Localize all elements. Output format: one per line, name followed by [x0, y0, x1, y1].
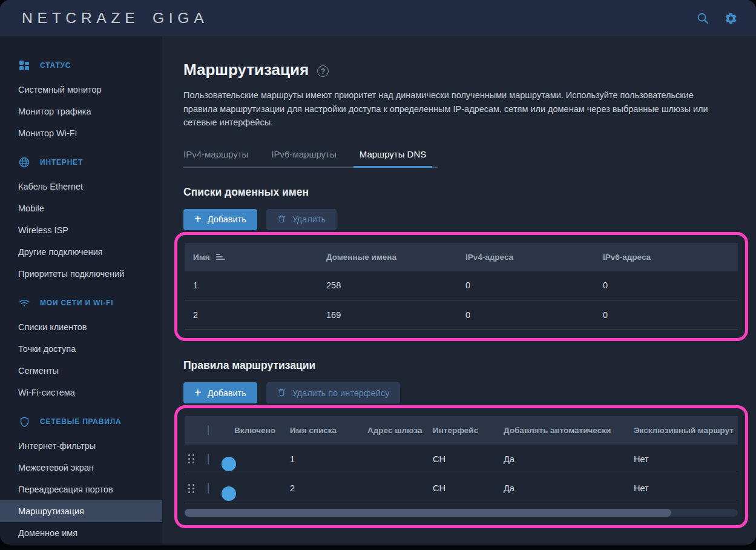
wifi-icon — [18, 297, 30, 309]
sidebar-group-label: МОИ СЕТИ И WI-FI — [40, 299, 113, 307]
scrollbar-thumb[interactable] — [185, 509, 671, 517]
cell-name: 1 — [185, 271, 318, 300]
cell-interface: CH — [424, 445, 495, 474]
add-button-label: Добавить — [208, 214, 246, 224]
help-icon[interactable]: ? — [317, 65, 329, 77]
cell-ipv6: 0 — [594, 300, 738, 330]
sidebar-group-internet: ИНТЕРНЕТ — [0, 149, 162, 176]
page-title: Маршрутизация — [183, 61, 309, 79]
cell-exclusive: Нет — [625, 474, 738, 503]
cell-auto-add: Да — [495, 474, 625, 503]
cell-gateway — [359, 474, 424, 503]
select-all-checkbox[interactable] — [208, 425, 209, 436]
add-routing-rule-button[interactable]: + Добавить — [183, 382, 257, 403]
sidebar-group-my-networks: МОИ СЕТИ И WI-FI — [0, 290, 162, 316]
column-header-ipv6-addresses: IPv6-адреса — [594, 243, 738, 271]
domain-lists-heading: Списки доменных имен — [183, 186, 756, 199]
sidebar-item-wifi-access-control[interactable]: Контроль доступа Wi-Fi — [0, 544, 162, 545]
app-window: NETCRAZE GIGA СТАТУС — [0, 0, 756, 545]
cell-list-name: 2 — [281, 474, 359, 503]
plus-icon: + — [194, 386, 202, 399]
trash-icon — [277, 214, 286, 225]
column-header-enabled: Включено — [226, 416, 281, 445]
sidebar-item-internet-filters[interactable]: Интернет-фильтры — [0, 435, 162, 457]
route-tabs: IPv4-маршруты IPv6-маршруты Маршруты DNS — [183, 149, 438, 168]
sidebar-item-access-points[interactable]: Точки доступа — [0, 338, 162, 360]
cell-ipv4: 0 — [457, 300, 594, 330]
cell-auto-add: Да — [495, 445, 625, 474]
add-domain-list-button[interactable]: + Добавить — [183, 209, 257, 230]
sidebar-item-mobile[interactable]: Mobile — [0, 197, 162, 219]
column-header-gateway: Адрес шлюза — [359, 416, 424, 445]
delete-by-interface-button[interactable]: Удалить по интерфейсу — [266, 382, 401, 403]
sidebar-item-wifi-monitor[interactable]: Монитор Wi-Fi — [0, 122, 162, 144]
drag-handle-icon[interactable] — [188, 454, 204, 463]
table-row[interactable]: 2 169 0 0 — [185, 300, 738, 330]
sidebar-nav: СТАТУС Системный монитор Монитор трафика… — [0, 36, 162, 545]
sidebar-item-system-monitor[interactable]: Системный монитор — [0, 79, 162, 101]
sidebar-item-firewall[interactable]: Межсетевой экран — [0, 457, 162, 479]
brand-logo-name: NETCRAZE — [22, 10, 139, 27]
table-row[interactable]: 2 CH Да Нет — [185, 474, 738, 503]
sidebar-item-port-forwarding[interactable]: Переадресация портов — [0, 479, 162, 500]
cell-name: 2 — [185, 300, 318, 330]
routing-rules-table: Включено Имя списка Адрес шлюза Интерфей… — [185, 416, 738, 503]
delete-button-label: Удалить по интерфейсу — [292, 388, 390, 398]
sidebar-group-network-rules: СЕТЕВЫЕ ПРАВИЛА — [0, 408, 162, 435]
add-button-label: Добавить — [208, 388, 246, 398]
table-header-row: Включено Имя списка Адрес шлюза Интерфей… — [185, 416, 738, 445]
top-header-bar: NETCRAZE GIGA — [0, 0, 756, 36]
row-checkbox[interactable] — [208, 483, 209, 494]
sidebar-item-wireless-isp[interactable]: Wireless ISP — [0, 219, 162, 241]
drag-handle-icon[interactable] — [188, 484, 204, 493]
sidebar-item-traffic-monitor[interactable]: Монитор трафика — [0, 101, 162, 122]
delete-domain-list-button[interactable]: Удалить — [266, 209, 337, 230]
search-icon[interactable] — [695, 11, 710, 25]
plus-icon: + — [194, 213, 202, 225]
sidebar-item-domain-name[interactable]: Доменное имя — [0, 522, 162, 544]
cell-domain-names: 258 — [318, 271, 457, 300]
cell-gateway — [359, 445, 424, 474]
sort-icon[interactable] — [216, 254, 225, 260]
table-row[interactable]: 1 CH Да Нет — [185, 445, 738, 474]
shield-icon — [18, 416, 30, 428]
sidebar-item-other-connections[interactable]: Другие подключения — [0, 241, 162, 263]
table-row[interactable]: 1 258 0 0 — [185, 271, 738, 300]
routing-rules-heading: Правила маршрутизации — [183, 359, 756, 372]
cell-list-name: 1 — [281, 445, 359, 474]
brand-logo-model: GIGA — [153, 10, 208, 27]
table-header-row: Имя Доменные имена IPv4-адреса IPv6-адре… — [185, 243, 738, 271]
sidebar-group-label: ИНТЕРНЕТ — [40, 158, 83, 167]
column-header-interface: Интерфейс — [424, 416, 495, 445]
horizontal-scrollbar[interactable] — [185, 509, 738, 517]
sidebar-item-connection-priorities[interactable]: Приоритеты подключений — [0, 263, 162, 285]
row-checkbox[interactable] — [208, 454, 209, 465]
tab-ipv4-routes[interactable]: IPv4-маршруты — [183, 149, 248, 167]
tab-ipv6-routes[interactable]: IPv6-маршруты — [271, 149, 336, 167]
column-header-domain-names: Доменные имена — [318, 243, 457, 271]
cell-domain-names: 169 — [318, 300, 457, 330]
cell-exclusive: Нет — [625, 445, 738, 474]
sidebar-group-label: СТАТУС — [40, 61, 71, 70]
sidebar-item-routing[interactable]: Маршрутизация — [0, 500, 162, 522]
domain-lists-table: Имя Доменные имена IPv4-адреса IPv6-адре… — [185, 243, 738, 330]
column-header-ipv4-addresses: IPv4-адреса — [457, 243, 594, 271]
routing-rules-highlight-panel: Включено Имя списка Адрес шлюза Интерфей… — [174, 405, 748, 528]
globe-icon — [18, 156, 30, 168]
column-header-exclusive-route: Эксклюзивный маршрут — [625, 416, 738, 445]
dashboard-icon — [18, 59, 30, 71]
tab-dns-routes[interactable]: Маршруты DNS — [360, 149, 427, 167]
sidebar-item-wifi-system[interactable]: Wi-Fi-система — [0, 382, 162, 403]
domain-lists-highlight-panel: Имя Доменные имена IPv4-адреса IPv6-адре… — [174, 232, 748, 342]
column-header-auto-add: Добавлять автоматически — [495, 416, 625, 445]
column-header-name: Имя — [185, 243, 318, 271]
sidebar-item-ethernet-cable[interactable]: Кабель Ethernet — [0, 176, 162, 197]
delete-button-label: Удалить — [292, 214, 326, 224]
sidebar-item-client-lists[interactable]: Списки клиентов — [0, 316, 162, 338]
trash-icon — [277, 387, 286, 399]
brand-logo: NETCRAZE GIGA — [22, 10, 208, 27]
main-content: Маршрутизация ? Пользовательские маршрут… — [162, 36, 756, 545]
sidebar-item-segments[interactable]: Сегменты — [0, 360, 162, 382]
gear-icon[interactable] — [723, 11, 738, 25]
column-header-list-name: Имя списка — [281, 416, 359, 445]
